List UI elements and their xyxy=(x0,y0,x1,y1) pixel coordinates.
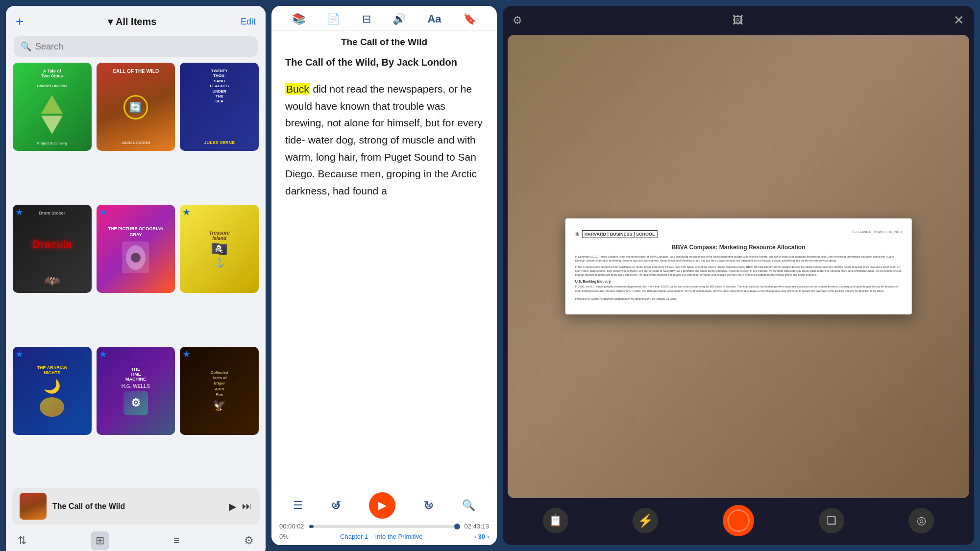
progress-track[interactable] xyxy=(309,525,460,528)
search-input[interactable] xyxy=(35,42,251,52)
doc-logo: HARVARD | BUSINESS | SCHOOL xyxy=(582,230,658,238)
memo-button[interactable]: 📋 xyxy=(543,508,568,533)
doc-header: 🏛 HARVARD | BUSINESS | SCHOOL 9-311-096 … xyxy=(575,230,902,238)
player-bar: The Call of the Wild ▶ ⏭ xyxy=(12,488,260,525)
right-bottom-bar: 📋 ⚡ ❑ ◎ xyxy=(503,498,974,545)
all-items-title[interactable]: ▾ All Items xyxy=(108,16,156,27)
search-icon: 🔍 xyxy=(21,41,31,52)
player-title: The Call of the Wild xyxy=(52,502,223,511)
right-panel: ⚙ 🖼 ✕ 🏛 HARVARD | BUSINESS | SCHOOL 9-31… xyxy=(503,6,974,545)
fast-forward-button[interactable]: ⏭ xyxy=(242,501,252,512)
font-icon[interactable]: Aa xyxy=(427,13,441,25)
list-item[interactable]: ★ Bram Stoker Dracula 🦇 xyxy=(13,205,92,293)
highlighted-word: Buck xyxy=(285,83,310,95)
library-icon[interactable]: 📚 xyxy=(292,13,305,25)
bookmark-icon[interactable]: 🔖 xyxy=(463,13,476,25)
capture-icon xyxy=(727,509,750,532)
all-items-label: All Items xyxy=(116,16,156,27)
book-grid: A Tale ofTwo Cities Charles Dickens Proj… xyxy=(6,63,266,484)
speed-control[interactable]: ‹ 30 › xyxy=(474,533,489,540)
list-item[interactable]: ★ THETIMEMACHINE H.G. WELLS ⚙ xyxy=(97,347,175,435)
lightning-icon: ⚡ xyxy=(637,513,653,528)
star-badge: ★ xyxy=(183,350,190,359)
capture-button[interactable] xyxy=(723,505,754,536)
right-image-icon[interactable]: 🖼 xyxy=(733,14,743,27)
reader-content: The Call of the Wild, By Jack London Buc… xyxy=(271,50,497,487)
body-text: did not read the newspapers, or he would… xyxy=(285,83,483,196)
doc-section-body: In 2006, the U.S. banking market remaine… xyxy=(575,285,902,293)
settings-button[interactable]: ⚙ xyxy=(244,534,254,547)
progress-pct: 0% xyxy=(279,533,289,540)
player-thumbnail xyxy=(20,493,47,520)
document-preview: 🏛 HARVARD | BUSINESS | SCHOOL 9-311-096 … xyxy=(565,218,912,314)
add-button[interactable]: + xyxy=(16,14,24,29)
left-panel: + ▾ All Items Edit 🔍 A Tale ofTwo Cities… xyxy=(6,6,266,551)
list-view-button[interactable]: ≡ xyxy=(173,534,180,547)
reader-text: Buck did not read the newspapers, or he … xyxy=(285,81,483,199)
player-controls: ▶ ⏭ xyxy=(229,501,252,512)
audio-buttons: ☰ ↺ 30 ▶ ↻ 30 🔍 xyxy=(279,492,489,519)
layers-icon[interactable]: ⊟ xyxy=(362,13,371,25)
scan-icon: ◎ xyxy=(917,514,926,527)
reader-toolbar: 📚 📄 ⊟ 🔊 Aa 🔖 xyxy=(271,6,497,31)
doc-title: BBVA Compass: Marketing Resource Allocat… xyxy=(575,244,902,251)
progress-bar-row: 00:00:02 02:43:13 xyxy=(279,523,489,530)
star-badge: ★ xyxy=(16,208,23,217)
reader-book-title: The Call of the Wild xyxy=(271,31,497,50)
star-badge: ★ xyxy=(99,208,106,217)
document-icon[interactable]: 📄 xyxy=(327,13,340,25)
right-toolbar: ⚙ 🖼 ✕ xyxy=(503,6,974,35)
list-item[interactable]: ★ The ArabianNights 🌙 xyxy=(13,347,92,435)
scan-button[interactable]: ◎ xyxy=(908,508,934,533)
sort-button[interactable]: ⇅ xyxy=(18,534,26,547)
list-item[interactable]: ★ CollectedTales ofEdgarAllenPoe 🦅 xyxy=(180,347,259,435)
lightning-button[interactable]: ⚡ xyxy=(633,508,658,533)
star-badge: ★ xyxy=(99,350,106,359)
middle-panel: 📚 📄 ⊟ 🔊 Aa 🔖 The Call of the Wild The Ca… xyxy=(271,6,497,545)
doc-id: 9-311-096 REV: APRIL 10, 2013 xyxy=(853,230,902,234)
doc-section-title: U.S. Banking Industry xyxy=(575,280,902,283)
list-item[interactable]: TWENTYTHOU-SANDLEAGUESUNDERTHESEA JULES … xyxy=(180,63,259,151)
list-item[interactable]: CALL OF THE WILD 🔄 JACK LONDON xyxy=(97,63,175,151)
chapter-label[interactable]: Chapter 1 – Into the Primitive xyxy=(340,533,422,540)
list-item[interactable]: ★ TreasureIsland 🏴‍☠️ ⚓ xyxy=(180,205,259,293)
memo-icon: 📋 xyxy=(549,514,562,527)
search-bar[interactable]: 🔍 xyxy=(14,36,258,57)
close-button[interactable]: ✕ xyxy=(954,13,964,28)
playlist-button[interactable]: ☰ xyxy=(293,499,303,512)
left-footer: ⇅ ⊞ ≡ ⚙ xyxy=(6,527,266,551)
search-button[interactable]: 🔍 xyxy=(462,499,475,512)
camera-view: 🏛 HARVARD | BUSINESS | SCHOOL 9-311-096 … xyxy=(508,35,969,498)
doc-body-1: In December 2010, Forrest Settanni, chie… xyxy=(575,255,902,263)
edit-button[interactable]: Edit xyxy=(241,17,256,27)
layers-icon: ❑ xyxy=(827,514,836,527)
rewind-button[interactable]: ↺ 30 xyxy=(331,498,342,513)
grid-view-button[interactable]: ⊞ xyxy=(91,531,109,550)
right-settings-icon[interactable]: ⚙ xyxy=(513,14,522,27)
progress-dot xyxy=(454,524,460,529)
list-item[interactable]: A Tale ofTwo Cities Charles Dickens Proj… xyxy=(13,63,92,151)
audio-controls: ☰ ↺ 30 ▶ ↻ 30 🔍 00:00:02 02:43:13 0% xyxy=(271,487,497,545)
list-item[interactable]: ★ THE PICTURE OF DORIAN GRAY xyxy=(97,205,175,293)
left-header: + ▾ All Items Edit xyxy=(6,6,266,34)
star-badge: ★ xyxy=(183,208,190,217)
chapter-row: 0% Chapter 1 – Into the Primitive ‹ 30 › xyxy=(279,532,489,541)
book-header: The Call of the Wild, By Jack London xyxy=(285,55,483,69)
time-start: 00:00:02 xyxy=(279,523,304,530)
forward-button[interactable]: ↻ 30 xyxy=(423,498,434,513)
audio-play-button[interactable]: ▶ xyxy=(369,492,395,519)
layers-button[interactable]: ❑ xyxy=(819,508,844,533)
doc-footer: Professor by Gunter Artabansen (gartaban… xyxy=(575,297,902,301)
play-button[interactable]: ▶ xyxy=(229,501,236,512)
progress-fill xyxy=(309,525,314,528)
star-badge: ★ xyxy=(16,350,23,359)
doc-body-2: In the Sunbelt region stretching from Ca… xyxy=(575,265,902,277)
dropdown-icon: ▾ xyxy=(108,16,113,27)
speaker-icon[interactable]: 🔊 xyxy=(392,13,406,25)
time-end: 02:43:13 xyxy=(464,523,489,530)
